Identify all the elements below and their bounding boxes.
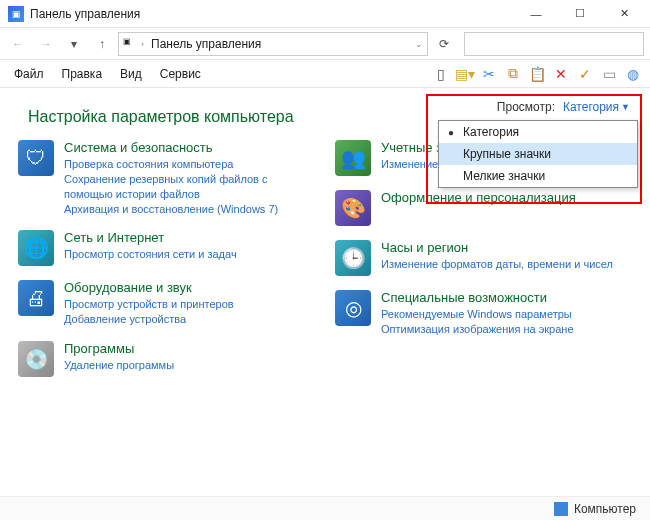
category-ease-of-access: ◎ Специальные возможности Рекомендуемые … [335, 290, 632, 337]
back-button[interactable]: ← [6, 32, 30, 56]
category-appearance: 🎨 Оформление и персонализация [335, 190, 632, 226]
menu-edit[interactable]: Правка [54, 64, 111, 84]
cut-icon[interactable]: ✂ [478, 63, 500, 85]
navigation-bar: ← → ▾ ↑ ▣ › Панель управления ⌄ ⟳ [0, 28, 650, 60]
menu-item-label: Мелкие значки [463, 169, 545, 183]
close-button[interactable]: ✕ [602, 0, 646, 28]
copy-icon[interactable]: ⧉ [502, 63, 524, 85]
category-title[interactable]: Оборудование и звук [64, 280, 234, 295]
recent-locations-button[interactable]: ▾ [62, 32, 86, 56]
panes-icon[interactable]: ▯ [430, 63, 452, 85]
link-file-history[interactable]: Сохранение резервных копий файлов с помо… [64, 172, 315, 202]
menu-item-label: Крупные значки [463, 147, 551, 161]
menu-file[interactable]: Файл [6, 64, 52, 84]
link-devices-printers[interactable]: Просмотр устройств и принтеров [64, 297, 234, 312]
properties-icon[interactable]: ▭ [598, 63, 620, 85]
view-by-value: Категория [563, 100, 619, 114]
shield-icon: 🛡 [18, 140, 54, 176]
globe-network-icon: 🌐 [18, 230, 54, 266]
globe-icon[interactable]: ◍ [622, 63, 644, 85]
refresh-button[interactable]: ⟳ [432, 32, 456, 56]
printer-icon: 🖨 [18, 280, 54, 316]
link-uninstall-program[interactable]: Удаление программы [64, 358, 174, 373]
chevron-down-icon: ▼ [621, 102, 630, 112]
computer-icon [554, 502, 568, 516]
menu-item-label: Категория [463, 125, 519, 139]
disc-icon: 💿 [18, 341, 54, 377]
content-area: Настройка параметров компьютера Просмотр… [0, 88, 650, 405]
minimize-button[interactable]: — [514, 0, 558, 28]
link-check-status[interactable]: Проверка состояния компьютера [64, 157, 315, 172]
delete-icon[interactable]: ✕ [550, 63, 572, 85]
up-button[interactable]: ↑ [90, 32, 114, 56]
menu-view[interactable]: Вид [112, 64, 150, 84]
category-title[interactable]: Система и безопасность [64, 140, 315, 155]
users-icon: 👥 [335, 140, 371, 176]
view-by-dropdown[interactable]: Категория ▼ [559, 98, 634, 116]
breadcrumb-chevron-icon: › [141, 39, 144, 49]
left-column: 🛡 Система и безопасность Проверка состоя… [18, 140, 315, 391]
link-network-status[interactable]: Просмотр состояния сети и задач [64, 247, 237, 262]
link-date-time-formats[interactable]: Изменение форматов даты, времени и чисел [381, 257, 613, 272]
appearance-icon: 🎨 [335, 190, 371, 226]
category-title[interactable]: Часы и регион [381, 240, 613, 255]
category-clock-region: 🕒 Часы и регион Изменение форматов даты,… [335, 240, 632, 276]
forward-button[interactable]: → [34, 32, 58, 56]
status-bar: Компьютер [0, 496, 650, 520]
view-option-small-icons[interactable]: Мелкие значки [439, 165, 637, 187]
organize-icon[interactable]: ▤▾ [454, 63, 476, 85]
maximize-button[interactable]: ☐ [558, 0, 602, 28]
clock-icon: 🕒 [335, 240, 371, 276]
address-icon: ▣ [123, 37, 137, 51]
address-bar[interactable]: ▣ › Панель управления ⌄ [118, 32, 428, 56]
menu-service[interactable]: Сервис [152, 64, 209, 84]
category-network: 🌐 Сеть и Интернет Просмотр состояния сет… [18, 230, 315, 266]
link-backup-restore[interactable]: Архивация и восстановление (Windows 7) [64, 202, 315, 217]
link-recommended-settings[interactable]: Рекомендуемые Windows параметры [381, 307, 574, 322]
menu-bar: Файл Правка Вид Сервис ▯ ▤▾ ✂ ⧉ 📋 ✕ ✓ ▭ … [0, 60, 650, 88]
view-option-large-icons[interactable]: Крупные значки [439, 143, 637, 165]
link-optimize-display[interactable]: Оптимизация изображения на экране [381, 322, 574, 337]
control-panel-icon: ▣ [8, 6, 24, 22]
link-add-device[interactable]: Добавление устройства [64, 312, 234, 327]
window-titlebar: ▣ Панель управления — ☐ ✕ [0, 0, 650, 28]
radio-checked-icon: ● [447, 127, 455, 138]
address-history-icon[interactable]: ⌄ [415, 39, 423, 49]
category-programs: 💿 Программы Удаление программы [18, 341, 315, 377]
status-label: Компьютер [574, 502, 636, 516]
category-system-security: 🛡 Система и безопасность Проверка состоя… [18, 140, 315, 216]
search-input[interactable] [464, 32, 644, 56]
category-hardware-sound: 🖨 Оборудование и звук Просмотр устройств… [18, 280, 315, 327]
category-title[interactable]: Специальные возможности [381, 290, 574, 305]
view-by-menu: ● Категория Крупные значки Мелкие значки [438, 120, 638, 188]
view-by-label: Просмотр: [497, 100, 555, 114]
paste-icon[interactable]: 📋 [526, 63, 548, 85]
ease-of-access-icon: ◎ [335, 290, 371, 326]
category-title[interactable]: Сеть и Интернет [64, 230, 237, 245]
breadcrumb-root[interactable]: Панель управления [148, 37, 264, 51]
window-title: Панель управления [30, 7, 140, 21]
apply-icon[interactable]: ✓ [574, 63, 596, 85]
category-title[interactable]: Оформление и персонализация [381, 190, 576, 205]
category-title[interactable]: Программы [64, 341, 174, 356]
view-option-category[interactable]: ● Категория [439, 121, 637, 143]
view-by-control: Просмотр: Категория ▼ [497, 98, 634, 116]
